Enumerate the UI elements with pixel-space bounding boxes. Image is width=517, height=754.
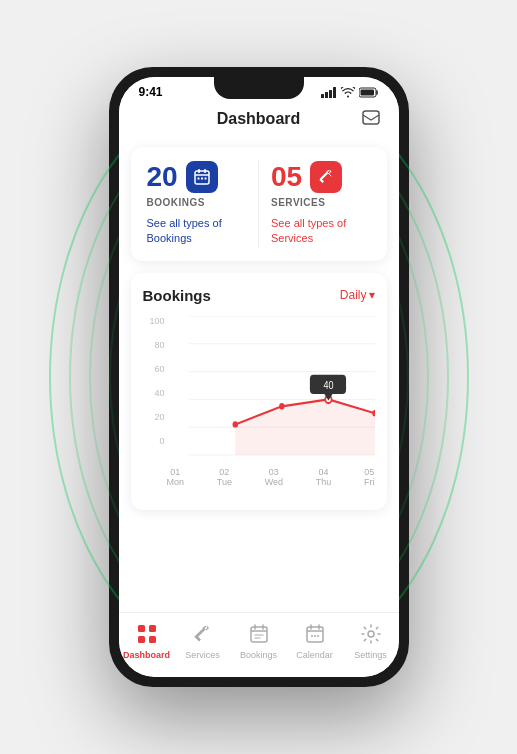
x-label-mon: 01 Mon — [167, 467, 185, 487]
chart-card: Bookings Daily ▾ 100 80 60 40 20 0 — [131, 273, 387, 510]
bottom-nav: Dashboard Services — [119, 612, 399, 677]
y-label-100: 100 — [143, 316, 165, 326]
svg-rect-0 — [321, 94, 324, 98]
svg-rect-28 — [138, 625, 145, 632]
chart-svg: 40 — [143, 316, 375, 471]
bookings-stat: 20 B — [147, 161, 247, 247]
svg-rect-2 — [329, 90, 332, 98]
bookings-icon — [186, 161, 218, 193]
y-label-0: 0 — [143, 436, 165, 446]
calendar-nav-label: Calendar — [296, 650, 333, 660]
notification-button[interactable] — [359, 107, 383, 131]
svg-rect-30 — [138, 636, 145, 643]
svg-marker-19 — [235, 399, 375, 455]
wifi-icon — [341, 87, 355, 98]
y-label-80: 80 — [143, 340, 165, 350]
bookings-nav-icon — [249, 624, 269, 648]
status-time: 9:41 — [139, 85, 163, 99]
svg-rect-29 — [149, 625, 156, 632]
dashboard-nav-icon — [137, 624, 157, 648]
main-content: 20 B — [119, 139, 399, 644]
svg-rect-3 — [333, 87, 336, 98]
stats-card: 20 B — [131, 147, 387, 261]
battery-icon — [359, 87, 379, 98]
services-number: 05 — [271, 161, 302, 193]
svg-rect-5 — [360, 89, 374, 95]
services-nav-icon — [193, 624, 213, 648]
svg-rect-10 — [197, 178, 199, 180]
x-label-wed: 03 Wed — [265, 467, 283, 487]
svg-rect-8 — [198, 169, 200, 173]
nav-item-bookings[interactable]: Bookings — [231, 624, 287, 660]
svg-rect-31 — [149, 636, 156, 643]
services-icon — [310, 161, 342, 193]
calendar-nav-icon — [305, 624, 325, 648]
bookings-number: 20 — [147, 161, 178, 193]
y-label-60: 60 — [143, 364, 165, 374]
services-stat: 05 SERVICES See all types of Services — [258, 161, 371, 247]
message-icon — [362, 110, 380, 128]
x-label-fri: 05 Fri — [364, 467, 375, 487]
svg-point-37 — [368, 631, 374, 637]
svg-rect-6 — [363, 111, 379, 124]
svg-rect-9 — [204, 169, 206, 173]
nav-item-settings[interactable]: Settings — [343, 624, 399, 660]
svg-rect-12 — [204, 178, 206, 180]
chart-title: Bookings — [143, 287, 211, 304]
settings-nav-label: Settings — [354, 650, 387, 660]
y-label-40: 40 — [143, 388, 165, 398]
nav-item-services[interactable]: Services — [175, 624, 231, 660]
bookings-nav-label: Bookings — [240, 650, 277, 660]
svg-point-36 — [317, 635, 319, 637]
chart-area: 100 80 60 40 20 0 — [143, 316, 375, 496]
services-link[interactable]: See all types of Services — [271, 216, 371, 247]
svg-rect-33 — [307, 627, 323, 642]
x-label-thu: 04 Thu — [316, 467, 332, 487]
svg-rect-1 — [325, 92, 328, 98]
svg-point-21 — [279, 403, 284, 409]
app-header: Dashboard — [119, 103, 399, 139]
notch — [214, 77, 304, 99]
y-label-20: 20 — [143, 412, 165, 422]
phone-screen: 9:41 — [119, 77, 399, 677]
settings-nav-icon — [361, 624, 381, 648]
dashboard-nav-label: Dashboard — [123, 650, 170, 660]
chart-filter-button[interactable]: Daily ▾ — [340, 288, 375, 302]
nav-item-dashboard[interactable]: Dashboard — [119, 624, 175, 660]
x-label-tue: 02 Tue — [217, 467, 232, 487]
bookings-label: BOOKINGS — [147, 197, 247, 208]
status-icons — [321, 87, 379, 98]
svg-point-35 — [314, 635, 316, 637]
svg-rect-11 — [201, 178, 203, 180]
nav-item-calendar[interactable]: Calendar — [287, 624, 343, 660]
bookings-link[interactable]: See all types of Bookings — [147, 216, 247, 247]
phone-frame: 9:41 — [109, 67, 409, 687]
page-title: Dashboard — [159, 110, 359, 128]
svg-point-34 — [311, 635, 313, 637]
svg-point-20 — [232, 421, 237, 427]
services-label: SERVICES — [271, 197, 371, 208]
services-nav-label: Services — [185, 650, 220, 660]
svg-text:40: 40 — [323, 379, 334, 391]
signal-icon — [321, 87, 337, 98]
